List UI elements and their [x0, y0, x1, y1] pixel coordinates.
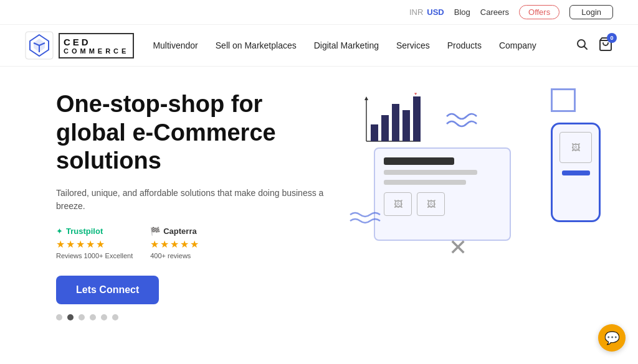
trustpilot-stars: ★ ★ ★ ★ ★: [56, 238, 105, 250]
search-icon[interactable]: [576, 38, 588, 54]
capterra-logo: Capterra: [163, 226, 196, 236]
svg-marker-11: [364, 96, 368, 100]
cta-button[interactable]: Lets Connect: [56, 276, 159, 304]
card-image-2: 🖼: [417, 192, 445, 216]
nav-sell[interactable]: Sell on Marketplaces: [216, 40, 297, 50]
currency-usd[interactable]: USD: [427, 7, 444, 17]
currency-switcher: INR USD: [409, 7, 444, 17]
ratings-row: ✦ Trustpilot ★ ★ ★ ★ ★ Reviews 1000+ Exc…: [56, 226, 324, 259]
capterra-stars: ★ ★ ★ ★ ★: [150, 238, 199, 250]
svg-rect-12: [371, 124, 378, 141]
dot-1[interactable]: [56, 314, 62, 320]
carousel-dots: [0, 314, 638, 320]
square-decoration: [551, 88, 576, 112]
hero-illustrations: ♥ 🖼 🖼: [324, 79, 613, 309]
navbar: CED COMMERCE Multivendor Sell on Marketp…: [0, 25, 638, 67]
login-button[interactable]: Login: [569, 5, 613, 19]
dot-4[interactable]: [90, 314, 96, 320]
trustpilot-label: Reviews 1000+ Excellent: [56, 252, 133, 259]
svg-rect-13: [381, 115, 389, 141]
nav-links: Multivendor Sell on Marketplaces Digital…: [153, 40, 576, 50]
phone-bar: [562, 170, 590, 175]
dot-5[interactable]: [101, 314, 107, 320]
trustpilot-rating: ✦ Trustpilot ★ ★ ★ ★ ★ Reviews 1000+ Exc…: [56, 226, 133, 259]
hero-section: One-stop-shop for global e-Commerce solu…: [0, 67, 638, 309]
currency-inr[interactable]: INR: [409, 7, 423, 17]
hero-title: One-stop-shop for global e-Commerce solu…: [56, 90, 324, 175]
cart-badge: 0: [607, 33, 617, 43]
top-bar: INR USD Blog Careers Offers Login: [0, 0, 638, 25]
svg-rect-14: [392, 104, 399, 141]
logo-icon: [25, 31, 54, 60]
dot-3[interactable]: [79, 314, 85, 320]
trustpilot-star-icon: ✦: [56, 226, 63, 236]
nav-services[interactable]: Services: [396, 40, 430, 50]
hero-subtitle: Tailored, unique, and affordable solutio…: [56, 187, 324, 213]
chat-icon: 💬: [604, 330, 620, 345]
phone-illustration: 🖼: [551, 123, 601, 222]
dot-2[interactable]: [67, 314, 74, 320]
nav-right: 0: [576, 37, 613, 54]
svg-line-7: [584, 46, 588, 49]
dot-6[interactable]: [112, 314, 118, 320]
careers-link[interactable]: Careers: [480, 7, 509, 17]
nav-products[interactable]: Products: [447, 40, 482, 50]
offers-button[interactable]: Offers: [519, 5, 559, 19]
card-images: 🖼 🖼: [384, 192, 501, 216]
nav-company[interactable]: Company: [499, 40, 536, 50]
trustpilot-logo: Trustpilot: [66, 226, 103, 236]
chat-bubble[interactable]: 💬: [598, 324, 626, 352]
card-line-2: [384, 170, 477, 175]
nav-multivendor[interactable]: Multivendor: [153, 40, 198, 50]
chart-illustration: ♥: [361, 91, 424, 147]
capterra-label: 400+ reviews: [150, 252, 191, 259]
svg-text:♥: ♥: [414, 91, 417, 96]
capterra-flag-icon: 🏁: [150, 226, 160, 236]
wave-decoration-2: [349, 210, 383, 229]
card-line-1: [384, 157, 454, 165]
phone-image: 🖼: [559, 132, 592, 163]
logo-commerce: COMMERCE: [64, 47, 129, 55]
x-decoration: ✕: [449, 235, 467, 261]
logo-text: CED COMMERCE: [59, 33, 134, 58]
hero-left: One-stop-shop for global e-Commerce solu…: [56, 90, 324, 304]
svg-rect-16: [413, 96, 421, 141]
card-image-1: 🖼: [384, 192, 412, 216]
card-line-3: [384, 180, 466, 185]
svg-rect-15: [402, 110, 410, 141]
logo[interactable]: CED COMMERCE: [25, 31, 134, 60]
document-illustration: 🖼 🖼: [374, 147, 511, 241]
wave-decoration-1: [445, 110, 480, 133]
nav-digital[interactable]: Digital Marketing: [314, 40, 379, 50]
logo-ced: CED: [64, 37, 129, 47]
capterra-rating: 🏁 Capterra ★ ★ ★ ★ ★ 400+ reviews: [150, 226, 199, 259]
cart-icon[interactable]: 0: [598, 37, 613, 54]
blog-link[interactable]: Blog: [454, 7, 470, 17]
